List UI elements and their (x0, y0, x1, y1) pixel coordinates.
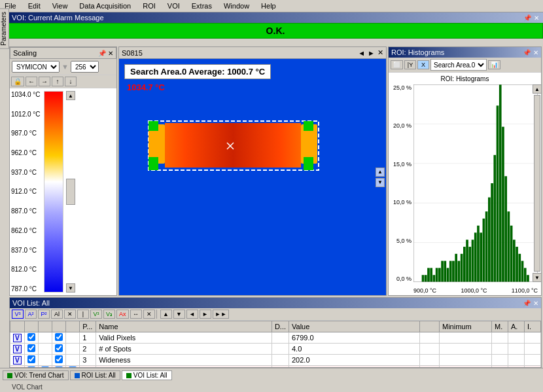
svg-rect-52 (513, 240, 516, 282)
menu-extras[interactable]: Extras (190, 1, 214, 10)
colormap-select[interactable]: SYMICON (12, 61, 60, 73)
bottom-tab-bar: VOI: Trend Chart ROI List: All VOI List:… (0, 368, 543, 382)
voi-btn-v3[interactable]: V³ (12, 310, 24, 319)
image-nav-left[interactable]: ◄ (358, 49, 365, 57)
x-label-1: 1000,0 °C (461, 287, 487, 294)
row2-cb2[interactable] (55, 344, 63, 352)
table-row: A 4 Boundary 43 (10, 366, 541, 368)
col-m: M. (492, 321, 508, 332)
menu-edit[interactable]: Edit (26, 1, 43, 10)
svg-rect-46 (497, 105, 499, 282)
hist-btn-x[interactable]: X (417, 60, 429, 69)
image-close-icon[interactable]: ✕ (377, 48, 383, 57)
row3-num: 3 (80, 355, 96, 366)
row4-cb4[interactable] (69, 366, 77, 367)
avg-temp-label: Search Area.0 Average: 1000.7 °C (124, 64, 271, 79)
svg-rect-35 (466, 240, 468, 282)
scale-btn-1[interactable]: 🔒 (11, 77, 24, 86)
voi-btn-left[interactable]: ◄ (186, 310, 198, 319)
svg-rect-51 (510, 226, 513, 282)
row3-cb1[interactable] (27, 355, 35, 363)
svg-rect-44 (491, 183, 493, 282)
menu-roi[interactable]: ROI (141, 1, 158, 10)
svg-rect-7 (165, 123, 301, 168)
scaling-close-icon[interactable]: ✕ (108, 50, 113, 57)
hist-scroll-down[interactable]: ▼ (533, 273, 542, 282)
tab-voi-list[interactable]: VOI List: All (122, 370, 172, 380)
histogram-area-select[interactable]: Search Area.0 (430, 59, 487, 71)
tab-roi-list[interactable]: ROI List: All (70, 370, 120, 380)
scale-temp-10: 787.0 °C (11, 285, 41, 293)
scale-btn-3[interactable]: → (39, 77, 50, 86)
svg-rect-41 (483, 219, 485, 282)
tab-voi-trend[interactable]: VOI: Trend Chart (3, 370, 69, 380)
menu-window[interactable]: Window (222, 1, 251, 10)
voi-btn-up[interactable]: ▲ (160, 310, 172, 319)
voi-btn-sep[interactable]: | (77, 310, 89, 319)
scale-btn-2[interactable]: ← (26, 77, 37, 86)
voi-close-icon[interactable]: ✕ (533, 300, 538, 307)
voi-btn-all[interactable]: Al (51, 310, 63, 319)
menu-voi[interactable]: VOI (166, 1, 182, 10)
voi-btn-right2[interactable]: ►► (213, 310, 230, 319)
voi-btn-arrow[interactable]: ↔ (130, 310, 142, 319)
alarm-pin-icon[interactable]: 📌 (523, 14, 531, 22)
voi-btn-down[interactable]: ▼ (173, 310, 185, 319)
voi-btn-a2[interactable]: A² (25, 310, 37, 319)
hist-btn-export[interactable]: 📊 (488, 60, 500, 69)
scale-temp-6: 887.0 °C (11, 207, 41, 215)
voi-btn-p2[interactable]: P² (38, 310, 50, 319)
img-scroll-up[interactable]: ▲ (376, 168, 385, 177)
menu-data-acquisition[interactable]: Data Acquisition (77, 1, 133, 10)
hist-scroll-up[interactable]: ▲ (533, 84, 542, 94)
scale-btn-5[interactable]: ↓ (65, 77, 77, 86)
menu-view[interactable]: View (50, 1, 70, 10)
scale-btn-4[interactable]: ↑ (52, 77, 63, 86)
img-scroll-down[interactable]: ▼ (376, 178, 385, 187)
row3-cb2[interactable] (55, 355, 63, 363)
voi-btn-v3b[interactable]: V³ (90, 310, 102, 319)
row1-type: V (13, 334, 22, 342)
image-nav-right[interactable]: ► (368, 49, 375, 57)
voi-btn-right[interactable]: ► (200, 310, 211, 319)
hist-btn-2[interactable]: |Y (404, 60, 416, 69)
row1-cb1[interactable] (27, 333, 35, 341)
svg-rect-45 (493, 155, 496, 282)
svg-rect-27 (444, 261, 446, 282)
row4-cb3[interactable] (55, 366, 63, 367)
alarm-title-label: VOI: Current Alarm Message (12, 14, 104, 22)
y-label-2: 15,0 % (393, 161, 412, 168)
scale-scroll-down[interactable]: ▼ (66, 283, 75, 293)
svg-rect-53 (516, 247, 518, 282)
row1-cb2[interactable] (55, 333, 63, 341)
scale-temp-4: 937.0 °C (11, 169, 41, 176)
parameters-tab[interactable]: Parameters (0, 9, 9, 49)
scale-scroll-up[interactable]: ▲ (66, 91, 75, 100)
voi-btn-del[interactable]: ✕ (64, 310, 76, 319)
menu-help[interactable]: Help (259, 1, 278, 10)
svg-rect-31 (455, 254, 457, 282)
row1-value: 6799.0 (289, 332, 420, 344)
col-p: P... (80, 321, 96, 332)
col-cb1 (25, 321, 39, 332)
scaling-pin-icon[interactable]: 📌 (98, 50, 106, 57)
voi-btn-v3c[interactable]: V₃ (103, 310, 115, 319)
row2-cb1[interactable] (27, 344, 35, 352)
svg-rect-25 (438, 268, 441, 282)
svg-rect-22 (430, 268, 432, 282)
svg-rect-6 (304, 157, 313, 170)
histogram-pin-icon[interactable]: 📌 (523, 49, 531, 56)
levels-select[interactable]: 256 (71, 61, 99, 73)
alarm-close-icon[interactable]: ✕ (534, 14, 539, 22)
hist-btn-1[interactable]: ⬜ (391, 60, 403, 69)
svg-rect-20 (425, 275, 427, 282)
voi-pin-icon[interactable]: 📌 (523, 300, 531, 307)
voi-btn-ax[interactable]: Ax (116, 310, 129, 319)
svg-rect-23 (433, 275, 436, 282)
row4-cb2[interactable] (41, 366, 49, 367)
voi-btn-x2[interactable]: ✕ (143, 310, 155, 319)
row2-name: # of Spots (96, 344, 272, 355)
row4-cb1[interactable] (27, 366, 35, 367)
histogram-close-icon[interactable]: ✕ (533, 49, 538, 56)
svg-rect-32 (458, 261, 461, 282)
